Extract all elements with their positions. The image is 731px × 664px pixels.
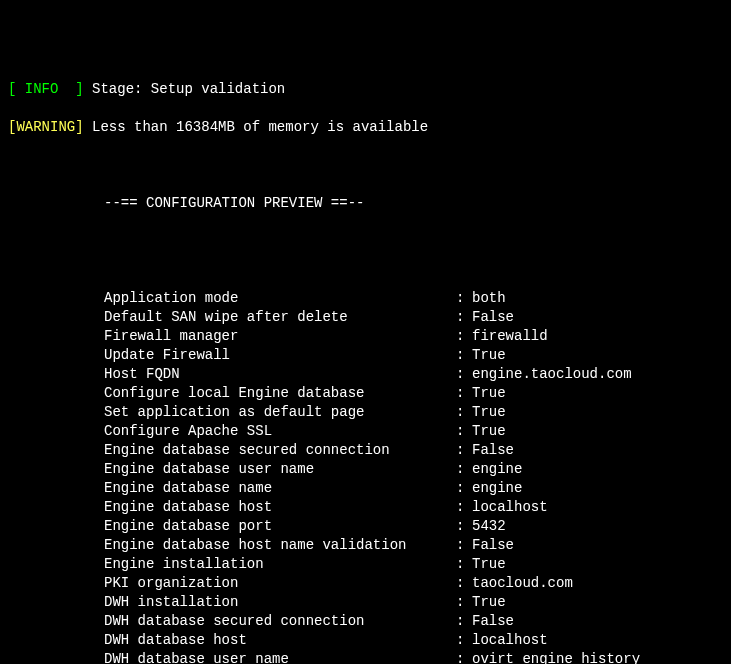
config-row: Engine installation:True: [8, 555, 723, 574]
config-value: engine.taocloud.com: [472, 365, 632, 384]
config-label: Configure Apache SSL: [104, 422, 456, 441]
config-value: False: [472, 308, 514, 327]
config-preview-list: Application mode:both Default SAN wipe a…: [8, 289, 723, 664]
log-warning-line: [WARNING] Less than 16384MB of memory is…: [8, 118, 723, 137]
config-row: Configure local Engine database:True: [8, 384, 723, 403]
config-value: False: [472, 441, 514, 460]
config-row: DWH database secured connection:False: [8, 612, 723, 631]
config-row: DWH installation:True: [8, 593, 723, 612]
config-row: Engine database name:engine: [8, 479, 723, 498]
config-separator: :: [456, 365, 472, 384]
config-separator: :: [456, 327, 472, 346]
config-row: DWH database user name:ovirt_engine_hist…: [8, 650, 723, 664]
config-label: Host FQDN: [104, 365, 456, 384]
config-row: PKI organization:taocloud.com: [8, 574, 723, 593]
config-label: Engine database name: [104, 479, 456, 498]
config-separator: :: [456, 593, 472, 612]
config-row: Engine database secured connection:False: [8, 441, 723, 460]
config-row: DWH database host:localhost: [8, 631, 723, 650]
config-label: DWH installation: [104, 593, 456, 612]
config-label: DWH database host: [104, 631, 456, 650]
section-header-line: --== CONFIGURATION PREVIEW ==--: [8, 194, 723, 213]
config-label: Engine database secured connection: [104, 441, 456, 460]
config-row: Update Firewall:True: [8, 346, 723, 365]
config-label: Engine database user name: [104, 460, 456, 479]
config-label: Set application as default page: [104, 403, 456, 422]
config-value: True: [472, 346, 506, 365]
config-label: DWH database secured connection: [104, 612, 456, 631]
config-value: True: [472, 403, 506, 422]
config-value: False: [472, 536, 514, 555]
config-row: Default SAN wipe after delete:False: [8, 308, 723, 327]
warning-message: Less than 16384MB of memory is available: [92, 119, 428, 135]
config-label: Application mode: [104, 289, 456, 308]
config-separator: :: [456, 289, 472, 308]
blank-line: [8, 156, 723, 175]
config-label: Engine installation: [104, 555, 456, 574]
config-separator: :: [456, 650, 472, 664]
config-value: True: [472, 384, 506, 403]
section-header: --== CONFIGURATION PREVIEW ==--: [104, 195, 364, 211]
config-separator: :: [456, 574, 472, 593]
config-label: Firewall manager: [104, 327, 456, 346]
config-row: Engine database host name validation:Fal…: [8, 536, 723, 555]
config-label: DWH database user name: [104, 650, 456, 664]
config-separator: :: [456, 498, 472, 517]
config-row: Application mode:both: [8, 289, 723, 308]
config-row: Set application as default page:True: [8, 403, 723, 422]
config-label: PKI organization: [104, 574, 456, 593]
warning-tag: [WARNING]: [8, 119, 84, 135]
config-label: Engine database port: [104, 517, 456, 536]
config-separator: :: [456, 422, 472, 441]
config-separator: :: [456, 631, 472, 650]
blank-line: [8, 232, 723, 251]
config-row: Engine database port:5432: [8, 517, 723, 536]
config-separator: :: [456, 346, 472, 365]
config-value: both: [472, 289, 506, 308]
config-value: False: [472, 612, 514, 631]
config-separator: :: [456, 403, 472, 422]
log-info-line: [ INFO ] Stage: Setup validation: [8, 80, 723, 99]
config-separator: :: [456, 441, 472, 460]
config-label: Update Firewall: [104, 346, 456, 365]
config-separator: :: [456, 460, 472, 479]
config-value: True: [472, 555, 506, 574]
config-value: True: [472, 422, 506, 441]
config-separator: :: [456, 308, 472, 327]
config-separator: :: [456, 555, 472, 574]
config-value: 5432: [472, 517, 506, 536]
config-value: engine: [472, 460, 522, 479]
config-value: localhost: [472, 631, 548, 650]
config-value: engine: [472, 479, 522, 498]
info-tag: [ INFO ]: [8, 81, 84, 97]
info-message: Stage: Setup validation: [92, 81, 285, 97]
config-row: Configure Apache SSL:True: [8, 422, 723, 441]
config-value: taocloud.com: [472, 574, 573, 593]
config-row: Firewall manager:firewalld: [8, 327, 723, 346]
config-label: Engine database host: [104, 498, 456, 517]
config-row: Host FQDN:engine.taocloud.com: [8, 365, 723, 384]
config-value: True: [472, 593, 506, 612]
config-separator: :: [456, 384, 472, 403]
config-row: Engine database host:localhost: [8, 498, 723, 517]
config-separator: :: [456, 517, 472, 536]
config-separator: :: [456, 612, 472, 631]
config-label: Configure local Engine database: [104, 384, 456, 403]
config-separator: :: [456, 536, 472, 555]
config-separator: :: [456, 479, 472, 498]
config-value: ovirt_engine_history: [472, 650, 640, 664]
config-label: Engine database host name validation: [104, 536, 456, 555]
config-row: Engine database user name:engine: [8, 460, 723, 479]
config-value: firewalld: [472, 327, 548, 346]
config-value: localhost: [472, 498, 548, 517]
config-label: Default SAN wipe after delete: [104, 308, 456, 327]
